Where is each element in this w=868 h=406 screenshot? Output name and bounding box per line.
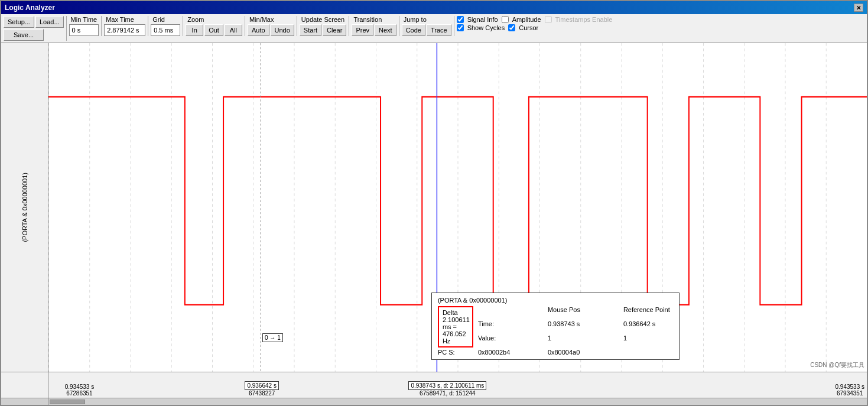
grid-label: Grid [151, 16, 167, 23]
col-header-empty [478, 306, 543, 319]
minmax-auto-button[interactable]: Auto [248, 24, 269, 36]
signal-info-row: Signal Info Amplitude Timestamps Enable [457, 16, 615, 23]
scrollbar-spacer [1, 398, 48, 405]
amplitude-label: Amplitude [511, 16, 543, 23]
mintime-value: 0 s [69, 24, 99, 36]
marker3-cursor-time: 0.938743 s, d: 2.100611 ms [408, 381, 486, 390]
col-header-refpoint: Reference Point [623, 306, 673, 319]
pcs-ref: 0x80004a0 [548, 349, 619, 356]
window-title: Logic Analyzer [5, 4, 55, 12]
scrollbar[interactable] [1, 398, 867, 405]
bottom-signal-label [1, 372, 48, 398]
tooltip-title: (PORTA & 0x00000001) [438, 297, 673, 304]
col-header-delta: Delta2.100611 ms = 476.052 Hz [438, 306, 473, 347]
watermark: CSDN @Qf要找工具 [810, 361, 864, 369]
show-cycles-label: Show Cycles [466, 24, 507, 31]
timestamps-checkbox[interactable] [545, 16, 552, 23]
grid-group: Grid 0.5 ms [151, 16, 183, 36]
transition-prev-button[interactable]: Prev [352, 24, 373, 36]
bottom-bar: 0.934533 s 67286351 0.936642 s 67438227 … [1, 372, 867, 398]
bottom-marker-2: 0.936642 s 67438227 [245, 381, 279, 397]
cursor-label: Cursor [517, 24, 540, 31]
time-label: Time: [478, 320, 543, 333]
signal-label-panel: (PORTA & 0x00000001) [1, 43, 48, 372]
marker4-cycles: 67934351 [837, 390, 863, 397]
options-group: Signal Info Amplitude Timestamps Enable … [457, 16, 617, 31]
mintime-label: Min Time [69, 16, 99, 23]
delta-value: 2.100611 ms = 476.052 Hz [443, 316, 470, 345]
zoom-label: Zoom [186, 16, 206, 23]
marker1-cycles: 67286351 [66, 390, 93, 397]
value-label: Value: [478, 334, 543, 347]
time-mouse: 0.938743 s [548, 320, 619, 333]
zoom-out-button[interactable]: Out [204, 24, 223, 36]
transition-marker-box: 0 → 1 [262, 333, 283, 342]
maxtime-label: Max Time [104, 16, 136, 23]
pcs-label: PC S: [438, 349, 473, 356]
save-button[interactable]: Save... [4, 29, 44, 41]
jump-trace-button[interactable]: Trace [427, 24, 451, 36]
time-ref: 0.936642 s [623, 320, 673, 333]
value-ref: 1 [623, 334, 673, 347]
minmax-group: Min/Max Auto Undo [248, 16, 297, 36]
update-label: Update Screen [300, 16, 346, 23]
bottom-info: 0.934533 s 67286351 0.936642 s 67438227 … [48, 372, 867, 398]
close-button[interactable]: ✕ [854, 4, 863, 12]
marker2-cycles: 67438227 [249, 390, 275, 397]
maxtime-group: Max Time 2.879142 s [104, 16, 148, 36]
timestamps-label: Timestamps Enable [554, 16, 615, 23]
jump-code-button[interactable]: Code [402, 24, 425, 36]
signal-info-checkbox[interactable] [457, 16, 464, 23]
show-cycles-row: Show Cycles Cursor [457, 24, 615, 31]
minmax-undo-button[interactable]: Undo [271, 24, 294, 36]
grid-value: 0.5 ms [151, 24, 180, 36]
col-header-mousepos: Mouse Pos [548, 306, 619, 319]
jumpto-group: Jump to Code Trace [402, 16, 454, 36]
zoom-in-button[interactable]: In [186, 24, 203, 36]
pcs-mouse: 0x80002b4 [478, 349, 543, 356]
maxtime-value: 2.879142 s [104, 24, 145, 36]
file-group: Setup... Load... Save... [4, 16, 67, 41]
marker3-cycles: 67589471, d: 151244 [420, 390, 476, 397]
zoom-all-button[interactable]: All [225, 24, 242, 36]
marker2-ref-time: 0.936642 s [245, 381, 279, 390]
update-start-button[interactable]: Start [300, 24, 321, 36]
transition-next-button[interactable]: Next [375, 24, 396, 36]
load-button[interactable]: Load... [35, 16, 64, 28]
marker4-time: 0.943533 s [836, 384, 865, 390]
mintime-group: Min Time 0 s [69, 16, 102, 36]
show-cycles-checkbox[interactable] [457, 24, 464, 31]
main-area: (PORTA & 0x00000001) 1 0 [1, 43, 867, 372]
scrollbar-thumb[interactable] [50, 399, 85, 404]
minmax-label: Min/Max [248, 16, 276, 23]
value-mouse: 1 [548, 334, 619, 347]
waveform-area[interactable]: 1 0 [48, 43, 867, 372]
marker1-time: 0.934533 s [65, 384, 95, 390]
title-bar: Logic Analyzer ✕ [1, 1, 867, 14]
signal-info-label: Signal Info [466, 16, 500, 23]
zoom-group: Zoom In Out All [186, 16, 245, 36]
toolbar: Setup... Load... Save... Min Time 0 s Ma… [1, 14, 867, 43]
transition-label: Transition [352, 16, 383, 23]
transition-group: Transition Prev Next [352, 16, 399, 36]
jumpto-label: Jump to [402, 16, 428, 23]
scrollbar-track[interactable] [48, 398, 867, 405]
amplitude-checkbox[interactable] [502, 16, 509, 23]
bottom-marker-4: 0.943533 s 67934351 [836, 384, 865, 397]
update-clear-button[interactable]: Clear [323, 24, 346, 36]
bottom-marker-1: 0.934533 s 67286351 [65, 384, 95, 397]
signal-name: (PORTA & 0x00000001) [21, 173, 28, 242]
update-group: Update Screen Start Clear [300, 16, 350, 36]
bottom-marker-3: 0.938743 s, d: 2.100611 ms 67589471, d: … [408, 381, 486, 397]
tooltip-panel: (PORTA & 0x00000001) Mouse Pos Reference… [431, 293, 680, 360]
setup-button[interactable]: Setup... [4, 16, 34, 28]
main-window: Logic Analyzer ✕ Setup... Load... Save..… [0, 0, 868, 406]
cursor-checkbox[interactable] [508, 24, 515, 31]
